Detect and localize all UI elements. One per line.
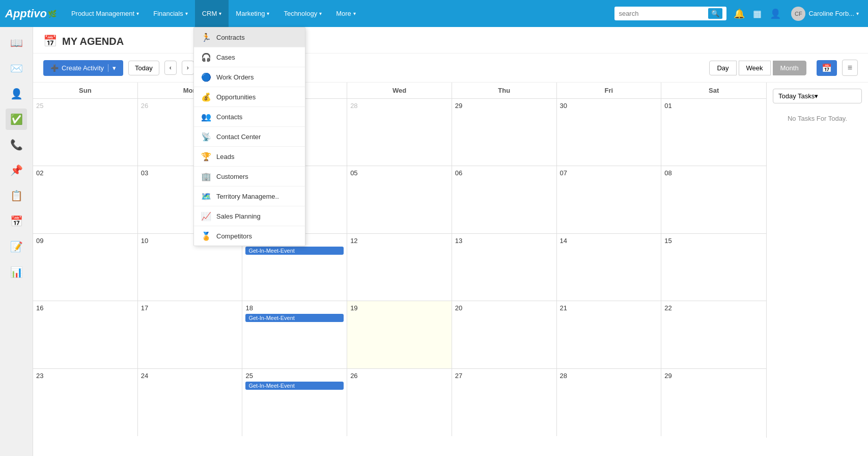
calendar-cell[interactable]: 28 bbox=[347, 99, 452, 166]
day-view-button[interactable]: Day bbox=[709, 61, 736, 75]
sidebar-phone-icon[interactable]: 📞 bbox=[6, 134, 27, 155]
calendar-cell[interactable]: 25Get-In-Meet-Event bbox=[242, 369, 347, 436]
crm-dropdown-item-sales-planning[interactable]: 📈Sales Planning bbox=[194, 206, 305, 226]
calendar-event[interactable]: Get-In-Meet-Event bbox=[245, 247, 344, 255]
calendar-cell[interactable]: 18Get-In-Meet-Event bbox=[242, 301, 347, 368]
calendar-cell[interactable]: 07 bbox=[557, 166, 662, 233]
month-view-button[interactable]: Month bbox=[773, 61, 806, 75]
today-tasks-button[interactable]: Today Tasks▾ bbox=[773, 89, 862, 103]
crm-dropdown-item-cases[interactable]: 🎧Cases bbox=[194, 47, 305, 67]
calendar-cell[interactable]: 15 bbox=[661, 234, 766, 301]
crm-dropdown-item-opportunities[interactable]: 💰Opportunities bbox=[194, 87, 305, 107]
calendar-cell[interactable]: 09 bbox=[33, 234, 138, 301]
week-view-button[interactable]: Week bbox=[739, 61, 771, 75]
user-menu[interactable]: CF Caroline Forb... ▾ bbox=[787, 7, 863, 21]
logo-text: Apptivo bbox=[5, 7, 47, 20]
agenda-header: 📅 MY AGENDA bbox=[33, 27, 868, 53]
calendar-date: 29 bbox=[455, 102, 553, 110]
crm-dropdown-item-customers[interactable]: 🏢Customers bbox=[194, 167, 305, 186]
crm-dropdown-item-contact-center[interactable]: 📡Contact Center bbox=[194, 127, 305, 147]
calendar-cell[interactable]: 23 bbox=[33, 369, 138, 436]
sidebar-book-icon[interactable]: 📖 bbox=[6, 32, 27, 53]
bell-icon[interactable]: 🔔 bbox=[732, 6, 747, 21]
calendar-cell[interactable]: 21 bbox=[557, 301, 662, 368]
calendar-date: 21 bbox=[560, 304, 658, 312]
sidebar-checklist-icon[interactable]: ✅ bbox=[6, 109, 27, 130]
calendar-cell[interactable]: 05 bbox=[347, 166, 452, 233]
sidebar-notes-icon[interactable]: 📝 bbox=[6, 236, 27, 257]
search-input[interactable] bbox=[619, 10, 708, 17]
crm-dropdown-item-contracts[interactable]: 🏃Contracts bbox=[194, 28, 305, 47]
sidebar-table-icon[interactable]: 📋 bbox=[6, 185, 27, 206]
calendar-cell[interactable]: 16 bbox=[33, 301, 138, 368]
agenda-title: MY AGENDA bbox=[62, 36, 124, 47]
crm-dropdown-item-work-orders[interactable]: 🔵Work Orders bbox=[194, 67, 305, 87]
calendar-cell[interactable]: 27 bbox=[452, 369, 557, 436]
calendar-cell[interactable]: 02 bbox=[33, 166, 138, 233]
crm-dropdown-item-competitors[interactable]: 🏅Competitors bbox=[194, 226, 305, 246]
dropdown-item-icon: 📡 bbox=[201, 131, 211, 142]
calendar-cell[interactable]: 19 bbox=[347, 301, 452, 368]
logo[interactable]: Apptivo 🌿 bbox=[5, 7, 57, 20]
grid-icon[interactable]: ▦ bbox=[751, 6, 764, 21]
prev-month-button[interactable]: ‹ bbox=[164, 61, 177, 75]
nav-financials[interactable]: Financials ▾ bbox=[146, 0, 195, 27]
crm-dropdown-item-contacts[interactable]: 👥Contacts bbox=[194, 107, 305, 127]
today-button[interactable]: Today bbox=[128, 61, 159, 75]
calendar-cell[interactable]: 06 bbox=[452, 166, 557, 233]
calendar-cell[interactable]: 17 bbox=[138, 301, 243, 368]
calendar-date: 23 bbox=[36, 372, 134, 380]
sidebar-calendar-icon[interactable]: 📅 bbox=[6, 210, 27, 232]
col-thu: Thu bbox=[452, 83, 557, 98]
calendar-container: Sun Mon Tue Wed Thu Fri Sat 252627282930… bbox=[33, 83, 868, 438]
calendar-cell[interactable]: 01 bbox=[661, 99, 766, 166]
create-activity-button[interactable]: ➕ Create Activity ▾ bbox=[43, 60, 123, 76]
calendar-cell[interactable]: 08 bbox=[661, 166, 766, 233]
calendar-date: 30 bbox=[560, 102, 658, 110]
calendar-cell[interactable]: 29 bbox=[661, 369, 766, 436]
nav-technology[interactable]: Technology ▾ bbox=[276, 0, 329, 27]
nav-product-management[interactable]: Product Management ▾ bbox=[64, 0, 146, 27]
calendar-event[interactable]: Get-In-Meet-Event bbox=[245, 382, 344, 390]
calendar-cell[interactable]: 24 bbox=[138, 369, 243, 436]
dropdown-item-label: Contracts bbox=[216, 34, 245, 41]
calendar-cell[interactable]: 29 bbox=[452, 99, 557, 166]
dropdown-item-icon: 💰 bbox=[201, 92, 211, 102]
crm-dropdown-item-territory-manageme..[interactable]: 🗺️Territory Manageme.. bbox=[194, 186, 305, 206]
nav-marketing[interactable]: Marketing ▾ bbox=[229, 0, 276, 27]
calendar-date: 14 bbox=[560, 237, 658, 245]
chevron-down-icon: ▾ bbox=[319, 11, 322, 16]
toolbar: ➕ Create Activity ▾ Today ‹ › May 2021 D… bbox=[33, 53, 868, 83]
calendar-cell[interactable]: 22 bbox=[661, 301, 766, 368]
calendar-cell[interactable]: 28 bbox=[557, 369, 662, 436]
chevron-down-icon: ▾ bbox=[136, 11, 139, 16]
search-area: 🔍 bbox=[614, 7, 726, 20]
calendar-cell[interactable]: 12 bbox=[347, 234, 452, 301]
next-month-button[interactable]: › bbox=[182, 61, 194, 75]
sidebar-email-icon[interactable]: ✉️ bbox=[6, 58, 27, 79]
logo-leaf-icon: 🌿 bbox=[48, 10, 57, 18]
calendar-event[interactable]: Get-In-Meet-Event bbox=[245, 314, 344, 322]
nav-crm[interactable]: CRM ▾ bbox=[195, 0, 229, 27]
sidebar-pin-icon[interactable]: 📌 bbox=[6, 159, 27, 181]
user-name: Caroline Forb... bbox=[808, 10, 854, 17]
sidebar-chart-icon[interactable]: 📊 bbox=[6, 261, 27, 283]
calendar-cell[interactable]: 13 bbox=[452, 234, 557, 301]
calendar-view-icon-button[interactable]: 📅 bbox=[817, 60, 837, 76]
left-sidebar: 📖 ✉️ 👤 ✅ 📞 📌 📋 📅 📝 📊 bbox=[0, 27, 33, 456]
calendar-date: 26 bbox=[350, 372, 449, 380]
sidebar-contacts-icon[interactable]: 👤 bbox=[6, 83, 27, 104]
calendar-week-1: 02030405060708 bbox=[33, 166, 766, 233]
search-button[interactable]: 🔍 bbox=[708, 8, 722, 19]
calendar-date: 25 bbox=[36, 102, 134, 110]
calendar-cell[interactable]: 30 bbox=[557, 99, 662, 166]
list-view-icon-button[interactable]: ≡ bbox=[842, 60, 858, 76]
nav-more[interactable]: More ▾ bbox=[329, 0, 363, 27]
calendar-cell[interactable]: 20 bbox=[452, 301, 557, 368]
calendar-cell[interactable]: 14 bbox=[557, 234, 662, 301]
calendar-cell[interactable]: 25 bbox=[33, 99, 138, 166]
person-icon[interactable]: 👤 bbox=[768, 6, 783, 21]
calendar-date: 17 bbox=[141, 304, 239, 312]
calendar-cell[interactable]: 26 bbox=[347, 369, 452, 436]
crm-dropdown-item-leads[interactable]: 🏆Leads bbox=[194, 147, 305, 167]
